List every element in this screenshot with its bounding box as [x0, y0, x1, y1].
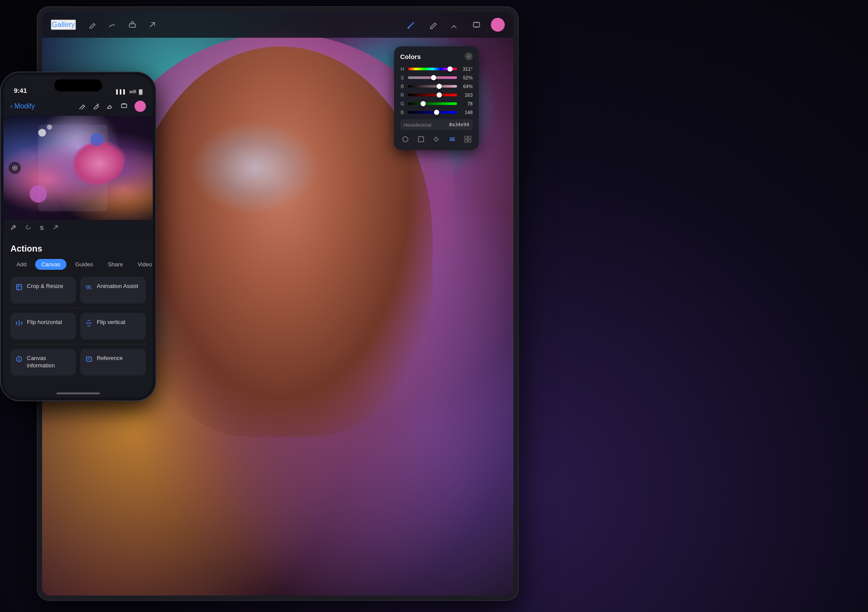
action-canvas-information[interactable]: Canvas information	[10, 349, 76, 376]
svg-point-17	[14, 167, 16, 169]
colors-panel-header: Colors ×	[400, 52, 473, 60]
palette-mode-icon[interactable]	[463, 134, 473, 144]
color-mode-icons	[400, 134, 473, 144]
phone-actions: Actions Add Canvas Guides Share Video Cr…	[3, 238, 153, 398]
brightness-label: B	[400, 84, 404, 89]
phone-navbar-tools	[79, 101, 146, 112]
saturation-label: S	[400, 75, 404, 80]
disc-mode-icon[interactable]	[401, 134, 410, 144]
pen-tool-button[interactable]	[426, 17, 441, 32]
phone-tool-s[interactable]: S	[40, 225, 44, 231]
back-button[interactable]: ‹ Modify	[10, 102, 35, 110]
blue-slider[interactable]	[408, 111, 457, 114]
phone-status-icons: ▌▌▌ wifi ▓	[116, 89, 142, 94]
hue-slider-row: H 311°	[400, 66, 473, 72]
brightness-thumb[interactable]	[437, 84, 442, 89]
phone-navbar: ‹ Modify	[3, 97, 153, 116]
colors-panel-close-button[interactable]: ×	[465, 52, 473, 60]
hue-thumb[interactable]	[447, 66, 453, 72]
red-slider[interactable]	[408, 94, 457, 96]
svg-rect-10	[465, 136, 467, 139]
green-thumb[interactable]	[421, 101, 426, 106]
green-slider[interactable]	[408, 102, 457, 105]
battery-icon: ▓	[139, 89, 142, 94]
home-indicator	[56, 393, 100, 394]
flip-vertical-label: Flip vertical	[97, 319, 125, 326]
tab-add[interactable]: Add	[10, 259, 33, 270]
phone-eraser-icon[interactable]	[107, 102, 114, 111]
tab-canvas[interactable]: Canvas	[35, 259, 66, 270]
canvas-tool-indicator	[9, 162, 21, 174]
actions-title: Actions	[10, 244, 146, 254]
arrow-icon[interactable]	[146, 19, 158, 31]
actions-tabs: Add Canvas Guides Share Video	[10, 259, 146, 270]
colors-panel: Colors × H 311° S 52% B	[394, 46, 479, 150]
brush-tool-button[interactable]	[404, 17, 419, 32]
hex-value[interactable]: #a34e94	[449, 122, 469, 128]
saturation-thumb[interactable]	[431, 75, 436, 80]
crop-resize-label: Crop & Resize	[27, 283, 63, 290]
green-slider-row: G 78	[400, 101, 473, 106]
tablet-topbar: Gallery	[42, 12, 513, 38]
phone-pen-icon[interactable]	[93, 102, 100, 111]
saturation-slider[interactable]	[408, 76, 457, 79]
colors-panel-title: Colors	[400, 53, 421, 60]
phone-tool-lasso[interactable]	[25, 224, 31, 232]
svg-rect-3	[474, 22, 479, 23]
red-thumb[interactable]	[437, 92, 442, 98]
svg-rect-4	[474, 27, 479, 28]
red-value: 163	[460, 92, 473, 98]
svg-rect-18	[16, 285, 22, 290]
blue-slider-row: B 148	[400, 110, 473, 115]
gallery-button[interactable]: Gallery	[51, 20, 76, 30]
hue-label: H	[400, 66, 404, 72]
wifi-icon: wifi	[129, 89, 136, 94]
tablet-right-tools	[404, 17, 505, 32]
flip-vertical-icon	[85, 320, 92, 328]
action-flip-vertical[interactable]: Flip vertical	[80, 313, 146, 340]
reference-label: Reference	[97, 355, 123, 362]
tab-video[interactable]: Video	[132, 259, 153, 270]
canvas-info-icon	[16, 356, 23, 364]
portrait-face	[129, 46, 433, 437]
phone-tool-wrench[interactable]	[10, 224, 16, 232]
brightness-value: 64%	[460, 84, 473, 89]
phone-color-dot[interactable]	[135, 101, 146, 112]
dynamic-island	[54, 79, 102, 92]
action-animation-assist[interactable]: Animation Assist	[80, 277, 146, 304]
action-reference[interactable]: Reference	[80, 349, 146, 376]
phone-screen: 9:41 ▌▌▌ wifi ▓ ‹ Modify	[3, 75, 153, 398]
svg-rect-21	[86, 357, 92, 361]
brightness-slider[interactable]	[408, 85, 457, 88]
action-crop-resize[interactable]: Crop & Resize	[10, 277, 76, 304]
svg-rect-12	[465, 140, 467, 142]
svg-point-20	[19, 357, 20, 358]
crop-resize-icon	[16, 284, 23, 292]
smudge-icon[interactable]	[106, 19, 118, 31]
square-mode-icon[interactable]	[416, 134, 426, 144]
back-label: Modify	[14, 102, 35, 110]
animation-assist-label: Animation Assist	[97, 283, 138, 290]
color-picker-dot[interactable]	[491, 18, 505, 32]
svg-rect-11	[468, 136, 471, 139]
svg-point-5	[403, 137, 408, 142]
erase-icon[interactable]	[126, 19, 138, 31]
phone-tool-arrow[interactable]	[53, 224, 59, 232]
harmony-mode-icon[interactable]	[432, 134, 441, 144]
tab-share[interactable]: Share	[102, 259, 129, 270]
modify-icon[interactable]	[86, 19, 99, 31]
phone-layers-icon[interactable]	[121, 102, 128, 111]
action-flip-horizontal[interactable]: Flip horizontal	[10, 313, 76, 340]
layers-button[interactable]	[469, 17, 484, 32]
eraser-tool-button[interactable]	[447, 17, 462, 32]
hue-slider[interactable]	[408, 68, 457, 70]
phone-canvas-preview[interactable]	[3, 116, 153, 220]
blue-value: 148	[460, 110, 473, 115]
svg-rect-15	[122, 103, 126, 104]
phone-modify-icon[interactable]	[79, 102, 86, 111]
svg-rect-13	[468, 140, 471, 142]
svg-point-1	[408, 27, 409, 29]
blue-thumb[interactable]	[434, 110, 439, 115]
value-mode-icon[interactable]	[447, 134, 457, 144]
tab-guides[interactable]: Guides	[69, 259, 99, 270]
